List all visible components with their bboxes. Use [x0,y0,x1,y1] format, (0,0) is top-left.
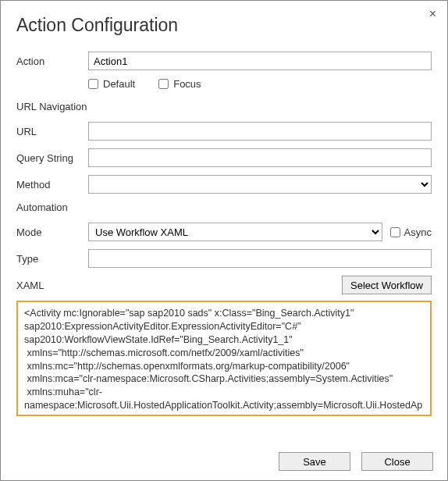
save-button[interactable]: Save [279,452,350,471]
default-checkbox-label: Default [103,78,135,90]
async-checkbox-label: Async [404,226,432,238]
focus-checkbox[interactable]: Focus [158,78,201,90]
default-checkbox-input[interactable] [88,79,98,89]
dialog-title: Action Configuration [16,15,432,36]
focus-checkbox-label: Focus [173,78,201,90]
mode-select[interactable]: Use Workflow XAML [88,223,382,241]
close-button[interactable]: Close [361,452,433,471]
async-checkbox[interactable]: Async [390,226,432,238]
automation-section: Automation [16,201,432,213]
mode-label: Mode [16,226,88,238]
xaml-content-box[interactable]: <Activity mc:Ignorable="sap sap2010 sads… [16,301,432,416]
type-input[interactable] [88,249,432,268]
query-string-input[interactable] [88,148,432,167]
method-select[interactable] [88,175,432,194]
url-label: URL [16,126,88,137]
url-navigation-section: URL Navigation [16,101,432,112]
default-checkbox[interactable]: Default [88,78,135,90]
select-workflow-button[interactable]: Select Workflow [342,276,432,294]
focus-checkbox-input[interactable] [158,79,169,89]
action-label: Action [16,55,88,67]
method-label: Method [16,179,88,191]
query-string-label: Query String [16,152,88,164]
close-icon[interactable]: × [429,7,436,21]
async-checkbox-input[interactable] [390,227,400,237]
type-label: Type [16,253,88,265]
action-input[interactable] [88,52,432,70]
xaml-label: XAML [16,280,88,291]
url-input[interactable] [88,122,432,141]
